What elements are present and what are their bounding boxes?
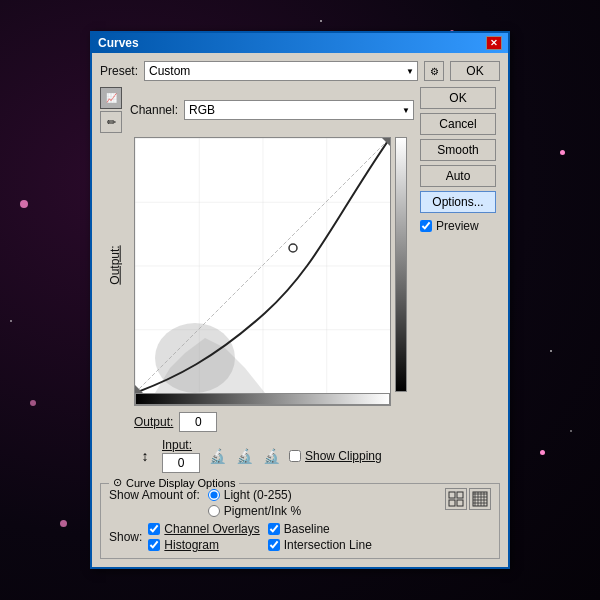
pigment-radio-item: Pigment/Ink % — [208, 504, 301, 518]
channel-overlays-checkbox[interactable] — [148, 523, 160, 535]
show-row: Show: Channel Overlays Baseline — [109, 522, 491, 552]
channel-label: Channel: — [130, 103, 178, 117]
ok-button[interactable]: OK — [450, 61, 500, 81]
pigment-radio[interactable] — [208, 505, 220, 517]
preset-row: Preset: Custom Default Strong Contrast I… — [100, 61, 500, 81]
svg-rect-9 — [457, 500, 463, 506]
curve-svg — [135, 138, 390, 393]
main-area: 📈 ✏ Channel: RGB Red Green Blue — [100, 87, 500, 473]
light-label: Light (0-255) — [224, 488, 292, 502]
options-button[interactable]: Options... — [420, 191, 496, 213]
channel-select[interactable]: RGB Red Green Blue — [184, 100, 414, 120]
smooth-button[interactable]: Smooth — [420, 139, 496, 161]
baseline-item: Baseline — [268, 522, 379, 536]
grid-4x4-btn[interactable] — [445, 488, 467, 510]
dialog-title: Curves — [98, 36, 139, 50]
title-bar: Curves ✕ — [92, 33, 508, 53]
move-tool-btn[interactable]: ↕ — [134, 445, 156, 467]
cancel-button[interactable]: Cancel — [420, 113, 496, 135]
grid-10x10-btn[interactable] — [469, 488, 491, 510]
right-panel: OK Cancel Smooth Auto Options... Preview — [420, 87, 500, 473]
ok-button[interactable]: OK — [420, 87, 496, 109]
light-radio[interactable] — [208, 489, 220, 501]
preview-label: Preview — [436, 219, 479, 233]
channel-select-wrapper[interactable]: RGB Red Green Blue — [184, 100, 414, 120]
light-radio-item: Light (0-255) — [208, 488, 301, 502]
output-label: Output: — [134, 415, 173, 429]
channel-overlays-item: Channel Overlays — [148, 522, 259, 536]
svg-rect-8 — [449, 500, 455, 506]
options-title: ⊙ Curve Display Options — [109, 476, 239, 489]
channel-row: 📈 ✏ Channel: RGB Red Green Blue — [100, 87, 414, 133]
intersection-line-checkbox[interactable] — [268, 539, 280, 551]
baseline-checkbox[interactable] — [268, 523, 280, 535]
show-clipping-checkbox[interactable] — [289, 450, 301, 462]
black-point-eyedropper[interactable]: 🔬 — [206, 447, 229, 465]
svg-rect-6 — [449, 492, 455, 498]
title-bar-buttons: ✕ — [486, 36, 502, 50]
preset-select-wrapper[interactable]: Custom Default Strong Contrast Increase … — [144, 61, 418, 81]
histogram-checkbox[interactable] — [148, 539, 160, 551]
show-checkboxes: Channel Overlays Baseline Histogram — [148, 522, 379, 552]
output-label-vertical: Output: — [108, 245, 122, 284]
pigment-label: Pigment/Ink % — [224, 504, 301, 518]
output-gradient-bar — [395, 137, 407, 392]
input-label: Input: — [162, 438, 200, 452]
preset-icon-btn[interactable]: ⚙ — [424, 61, 444, 81]
preview-checkbox[interactable] — [420, 220, 432, 232]
show-clipping-label: Show Clipping — [305, 449, 382, 463]
histogram-item: Histogram — [148, 538, 259, 552]
show-amount-label: Show Amount of: — [109, 488, 200, 502]
dialog-body: Preset: Custom Default Strong Contrast I… — [92, 53, 508, 567]
grid-icons — [445, 488, 491, 510]
close-button[interactable]: ✕ — [486, 36, 502, 50]
preview-row: Preview — [420, 219, 500, 233]
auto-button[interactable]: Auto — [420, 165, 496, 187]
control-point[interactable] — [289, 244, 297, 252]
show-amount-radio-group: Light (0-255) Pigment/Ink % — [208, 488, 301, 518]
curve-tool-btn[interactable]: 📈 — [100, 87, 122, 109]
pencil-tool-btn[interactable]: ✏ — [100, 111, 122, 133]
curve-area[interactable] — [135, 138, 390, 393]
intersection-line-item: Intersection Line — [268, 538, 379, 552]
histogram-label: Histogram — [164, 538, 219, 552]
preset-select[interactable]: Custom Default Strong Contrast Increase … — [144, 61, 418, 81]
collapse-icon[interactable]: ⊙ — [113, 476, 122, 489]
eyedropper-row: 🔬 🔬 🔬 — [206, 447, 283, 465]
preset-label: Preset: — [100, 64, 138, 78]
curve-display-options: ⊙ Curve Display Options Show Amount of: … — [100, 483, 500, 559]
gray-point-eyedropper[interactable]: 🔬 — [233, 447, 256, 465]
input-gradient-bar — [135, 393, 390, 405]
output-value[interactable]: 0 — [179, 412, 217, 432]
baseline-label: Baseline — [284, 522, 330, 536]
svg-rect-7 — [457, 492, 463, 498]
channel-overlays-label: Channel Overlays — [164, 522, 259, 536]
input-value[interactable]: 0 — [162, 453, 200, 473]
curve-container[interactable] — [134, 137, 391, 406]
left-panel: 📈 ✏ Channel: RGB Red Green Blue — [100, 87, 414, 473]
curves-dialog: Curves ✕ Preset: Custom Default Strong C… — [90, 31, 510, 569]
show-amount-row: Show Amount of: Light (0-255) Pigment/In… — [109, 488, 491, 518]
show-label: Show: — [109, 530, 142, 544]
show-clipping-wrapper: Show Clipping — [289, 449, 382, 463]
intersection-line-label: Intersection Line — [284, 538, 372, 552]
white-point-eyedropper[interactable]: 🔬 — [260, 447, 283, 465]
